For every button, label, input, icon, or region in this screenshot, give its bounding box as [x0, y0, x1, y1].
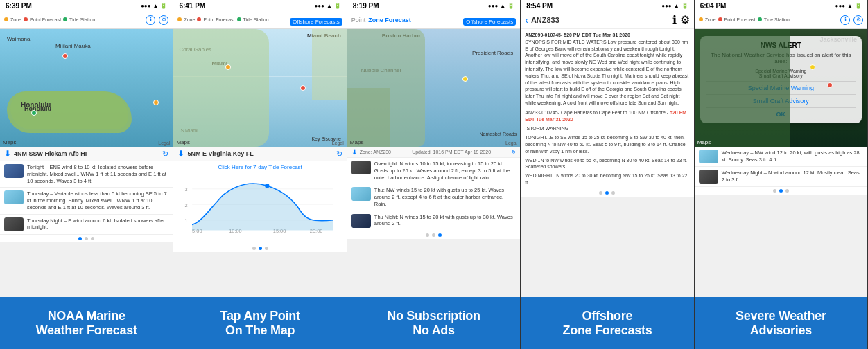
back-button-4[interactable]: ‹ — [525, 15, 528, 26]
phone-screen-3: 8:19 PM ●●● ▲ 🔋 Point Zone Forecast Offs… — [347, 0, 520, 297]
signal-icon-2: ●●● — [314, 3, 324, 9]
zone-item-3-0: Overnight: N winds 10 to 15 kt, increasi… — [347, 158, 520, 184]
offshore-badge-3[interactable]: Offshore Forecasts — [463, 14, 516, 26]
forecast-item-1-0: Tonight – ENE wind 8 to 10 kt. Isolated … — [0, 161, 173, 188]
map-label-1: Maps — [3, 139, 17, 145]
caption-bar-2: Tap Any PointOn The Map — [173, 297, 346, 349]
refresh-3[interactable]: ↻ — [512, 150, 516, 155]
map-area-5[interactable]: Jacksonville NWS ALERT The National Weat… — [695, 29, 867, 147]
caption-text-1: NOAA MarineWeather Forecast — [36, 309, 137, 337]
nav-bar-1: Zone Point Forecast Tide Station ℹ ⚙ — [0, 11, 173, 29]
status-icons-2: ●●● ▲ 🔋 — [314, 3, 340, 9]
tide-dot-5 — [758, 17, 762, 21]
forecast-text-5-0: Wednesday – NW wind 12 to 20 kt, with gu… — [722, 150, 863, 163]
point-label-1: Point Forecast — [30, 17, 61, 22]
land-beachstrip — [312, 29, 347, 100]
signal-icon-3: ●●● — [488, 3, 498, 9]
point-nav-label: Point — [351, 17, 366, 24]
point-dot-2 — [197, 17, 201, 21]
status-icons-5: ●●● ▲ 🔋 — [835, 3, 862, 9]
forecast-text-5-1: Wednesday Night – N wind around 12 kt. M… — [722, 170, 863, 184]
dot-3-1 — [432, 233, 435, 237]
zone-thumb-3-0 — [351, 161, 371, 174]
dots-3 — [347, 231, 520, 239]
info-icon-1[interactable]: ℹ — [146, 15, 155, 25]
legend-tide-1: Tide Station — [63, 17, 95, 22]
dot-4-0 — [599, 191, 602, 195]
panel-1: 6:39 PM ●●● ▲ 🔋 Zone Point Forecast — [0, 0, 173, 349]
info-icon-4[interactable]: ℹ — [672, 13, 677, 26]
status-bar-2: 6:41 PM ●●● ▲ 🔋 — [173, 0, 346, 11]
location-bar-2: ⬇ 5NM E Virginia Key FL ↻ — [173, 147, 346, 161]
forecast-list-5: Wednesday – NW wind 12 to 20 kt, with gu… — [695, 147, 867, 187]
location-text-1: 4NM SSW Hickam Afb HI — [14, 150, 159, 157]
nantasket-label: Nantasket Roads — [480, 132, 517, 136]
dot-2-1 — [259, 247, 262, 250]
legend-zone-5: Zone — [699, 17, 716, 22]
nav-bar-5: Zone Point Forecast Tide Station ℹ ⚙ — [695, 11, 867, 29]
map-area-3[interactable]: Boston Harbor President Roads Nubble Cha… — [347, 29, 520, 147]
zone-label-5: Zone — [705, 17, 716, 22]
point-dot-1 — [24, 17, 28, 21]
phone-screen-1: 6:39 PM ●●● ▲ 🔋 Zone Point Forecast — [0, 0, 173, 297]
dot-3-2 — [438, 233, 442, 237]
forecast-text-1-1: Thursday – Variable winds less than 5 kt… — [27, 190, 168, 211]
zone-pin-1 — [153, 100, 159, 105]
dot-1-1 — [85, 237, 88, 240]
anz-para-2: ANZ33-010745- Cape Hatteras to Cape Fear… — [525, 109, 689, 123]
tide-chart-title[interactable]: Click Here for 7-day Tide Forecast — [179, 164, 340, 170]
signal-icon-4: ●●● — [661, 3, 672, 9]
nav-icons-1: ℹ ⚙ — [146, 15, 168, 25]
legend-zone-1: Zone — [4, 17, 21, 22]
zone-forecast-label: Zone Forecast — [368, 17, 411, 24]
map-area-2[interactable]: Miami Beach Coral Gables Miami S Miami K… — [173, 29, 346, 147]
wifi-icon-1: ▲ — [153, 3, 158, 9]
point-pin-5 — [827, 82, 833, 88]
battery-icon-5: 🔋 — [855, 3, 862, 9]
status-icons-1: ●●● ▲ 🔋 — [141, 3, 167, 9]
refresh-icon-2[interactable]: ↻ — [336, 150, 342, 159]
anz-para-1: ANZ899-010745- 520 PM EDT Tue Mar 31 202… — [525, 32, 689, 107]
arrow-down-icon-2[interactable]: ⬇ — [177, 149, 184, 159]
battery-icon-2: 🔋 — [334, 3, 341, 9]
anz-title: ANZ833 — [531, 16, 559, 24]
map-area-1[interactable]: Honolulu Waimana Mililani Mauka Maps Leg… — [0, 29, 173, 147]
forecast-list-1: Tonight – ENE wind 8 to 10 kt. Isolated … — [0, 161, 173, 235]
gear-icon-1[interactable]: ⚙ — [159, 15, 168, 25]
zone-text-3-0: Overnight: N winds 10 to 15 kt, increasi… — [374, 161, 516, 181]
tide-label-2: Tide Station — [243, 17, 269, 22]
forecast-text-1-2: Thursday Night – E wind around 6 kt. Iso… — [27, 217, 168, 231]
zone-dot-1 — [4, 17, 8, 21]
arrow-icon-3[interactable]: ⬇ — [351, 148, 357, 156]
caption-bar-1: NOAA MarineWeather Forecast — [0, 297, 173, 349]
map-label-3: Maps — [350, 139, 364, 145]
tide-chart-area[interactable]: Click Here for 7-day Tide Forecast 1 2 3… — [173, 161, 346, 244]
wifi-icon-4: ▲ — [674, 3, 679, 9]
dots-1 — [0, 235, 173, 242]
tide-pin-1 — [31, 110, 37, 116]
dot-5-1 — [779, 189, 783, 193]
nav-left-5: Zone Point Forecast Tide Station — [699, 17, 790, 23]
tide-peak-dot — [266, 184, 270, 188]
honolulu-label: Honolulu — [24, 105, 51, 112]
forecast-thumb-1-2 — [4, 217, 24, 231]
caption-text-2: Tap Any PointOn The Map — [220, 309, 300, 337]
info-icon-5[interactable]: ℹ — [840, 15, 850, 25]
battery-icon-4: 🔋 — [682, 3, 688, 9]
arrow-down-icon-1[interactable]: ⬇ — [4, 149, 11, 159]
point-pin-2 — [300, 85, 306, 91]
panel-4: 8:54 PM ●●● ▲ 🔋 ‹ ANZ833 ℹ ⚙ ANZ899-0107… — [521, 0, 694, 349]
location-bar-1: ⬇ 4NM SSW Hickam Afb HI ↻ — [0, 147, 173, 161]
legend-point-5: Point Forecast — [718, 17, 756, 22]
dot-1-0 — [78, 237, 82, 240]
signal-icon-5: ●●● — [835, 3, 846, 9]
offshore-badge-2[interactable]: Offshore Forecasts — [290, 14, 342, 26]
gear-icon-4[interactable]: ⚙ — [680, 13, 690, 26]
gear-icon-5[interactable]: ⚙ — [853, 15, 863, 25]
forecast-item-1-2: Thursday Night – E wind around 6 kt. Iso… — [0, 215, 173, 235]
zone-dot-5 — [699, 17, 703, 21]
refresh-icon-1[interactable]: ↻ — [162, 150, 168, 159]
zone-thumb-3-2 — [351, 214, 371, 228]
caption-text-5: Severe WeatherAdvisories — [736, 309, 826, 337]
svg-text:1: 1 — [185, 217, 188, 224]
